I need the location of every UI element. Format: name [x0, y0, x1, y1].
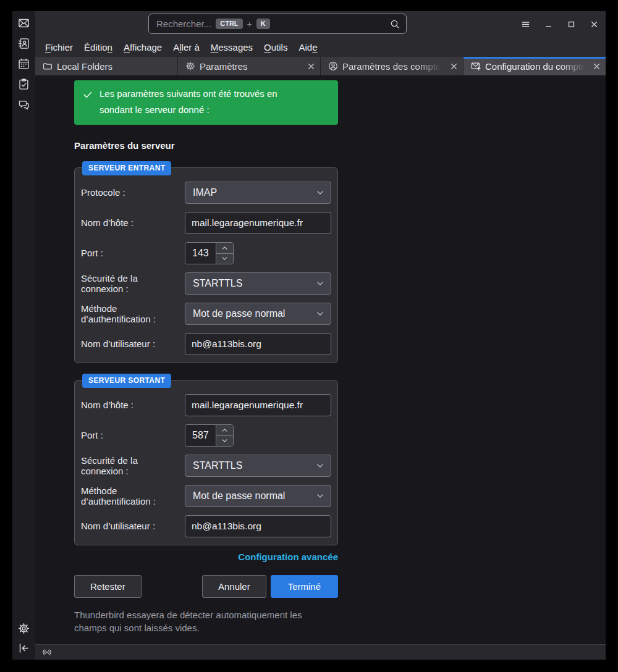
mail-space-icon[interactable] [18, 17, 30, 29]
advanced-config-link[interactable]: Configuration avancée [238, 552, 338, 562]
tab-parametres-des-comptes[interactable]: Paramètres des comptes [321, 57, 463, 75]
advanced-config-row: Configuration avancée [74, 552, 338, 563]
field-label: Port : [81, 430, 185, 440]
chevron-down-icon [316, 492, 324, 500]
address-book-space-icon[interactable] [18, 38, 30, 49]
tab-local-folders[interactable]: Local Folders [35, 57, 177, 75]
connection-security-row: Sécurité de la connexion : STARTTLS [81, 455, 331, 477]
hostname-row: Nom d’hôte : [81, 394, 331, 416]
check-icon [83, 90, 93, 99]
window-controls [520, 11, 599, 37]
kbd-k: K [256, 19, 270, 29]
tab-label: Configuration du compte [485, 61, 588, 72]
menu-affichage[interactable]: Affichage [118, 40, 167, 55]
autodetect-note: Thunderbird essayera de détecter automat… [74, 609, 334, 634]
incoming-port-stepper [185, 242, 234, 264]
spinner-up-icon[interactable] [216, 243, 233, 254]
cancel-button[interactable]: Annuler [202, 575, 266, 598]
menu-aide[interactable]: Aide [293, 40, 323, 55]
incoming-hostname-input[interactable] [185, 212, 331, 234]
chevron-down-icon [316, 309, 324, 318]
calendar-space-icon[interactable] [18, 58, 30, 70]
select-value: STARTTLS [193, 460, 242, 471]
outgoing-port-stepper [185, 424, 234, 447]
global-search-input[interactable]: Rechercher... CTRL + K [148, 14, 407, 34]
minimize-icon[interactable] [543, 19, 553, 29]
tab-label: Paramètres des comptes [342, 61, 445, 72]
account-setup-content: Les paramètres suivants ont été trouvés … [35, 75, 606, 644]
port-row: Port : [81, 424, 331, 447]
incoming-security-select[interactable]: STARTTLS [185, 272, 331, 295]
username-row: Nom d’utilisateur : [81, 515, 331, 537]
tab-close-icon[interactable] [449, 62, 459, 71]
port-row: Port : [81, 242, 331, 264]
spaces-sidebar [12, 11, 35, 660]
chevron-down-icon [316, 461, 324, 470]
close-icon[interactable] [589, 19, 599, 29]
field-label: Sécurité de la connexion : [81, 455, 185, 477]
tab-close-icon[interactable] [307, 62, 316, 71]
menu-fichier[interactable]: Fichier [40, 40, 78, 55]
status-bar [35, 644, 606, 660]
tab-parametres[interactable]: Paramètres [178, 57, 320, 75]
search-placeholder: Rechercher... [156, 19, 211, 29]
kbd-ctrl: CTRL [216, 19, 242, 29]
outgoing-server-badge: SERVEUR SORTANT [82, 374, 171, 388]
app-menu-hamburger-icon[interactable] [520, 19, 530, 29]
field-label: Sécurité de la connexion : [81, 273, 185, 295]
outgoing-security-select[interactable]: STARTTLS [185, 455, 331, 477]
outgoing-port-input[interactable] [185, 425, 216, 446]
tab-label: Paramètres [200, 61, 302, 72]
incoming-username-input[interactable] [185, 333, 331, 355]
collapse-sidebar-icon[interactable] [18, 642, 30, 654]
settings-gear-icon[interactable] [18, 623, 30, 634]
folder-icon [43, 61, 53, 71]
kbd-plus: + [247, 19, 252, 29]
menu-messages[interactable]: Messages [205, 40, 258, 55]
spinner-down-icon[interactable] [216, 436, 233, 447]
done-button[interactable]: Terminé [271, 575, 338, 598]
tasks-space-icon[interactable] [18, 78, 30, 90]
field-label: Nom d’hôte : [81, 217, 185, 228]
incoming-server-section: SERVEUR ENTRANT Protocole : IMAP Nom d’h… [74, 167, 338, 363]
field-label: Port : [81, 248, 185, 258]
account-icon [328, 61, 338, 71]
port-spinner [216, 243, 233, 264]
incoming-protocol-select[interactable]: IMAP [185, 182, 331, 204]
tab-configuration-du-compte[interactable]: Configuration du compte [464, 57, 606, 75]
success-banner-text: Les paramètres suivants ont été trouvés … [99, 86, 277, 118]
hostname-row: Nom d’hôte : [81, 212, 331, 234]
outgoing-auth-select[interactable]: Mot de passe normal [185, 485, 331, 507]
maximize-icon[interactable] [566, 19, 576, 29]
outgoing-hostname-input[interactable] [185, 394, 331, 416]
menu-outils[interactable]: Outils [258, 40, 293, 55]
select-value: Mot de passe normal [193, 490, 285, 502]
auth-method-row: Méthode d’authentification : Mot de pass… [81, 303, 331, 325]
field-label: Protocole : [81, 187, 185, 198]
field-label: Méthode d’authentification : [81, 303, 185, 325]
mail-plus-icon [471, 61, 481, 71]
tab-close-icon[interactable] [592, 62, 601, 71]
chevron-down-icon [316, 188, 324, 197]
retest-button[interactable]: Retester [74, 575, 142, 598]
select-value: Mot de passe normal [193, 308, 285, 319]
success-banner: Les paramètres suivants ont été trouvés … [74, 80, 338, 125]
chat-space-icon[interactable] [18, 99, 30, 111]
sidebar-bottom [18, 623, 30, 654]
menu-aller-a[interactable]: Aller à [167, 40, 205, 55]
connection-security-row: Sécurité de la connexion : STARTTLS [81, 272, 331, 295]
outgoing-username-input[interactable] [185, 515, 331, 537]
spinner-up-icon[interactable] [216, 425, 233, 436]
field-label: Nom d’hôte : [81, 400, 185, 410]
menu-edition[interactable]: Édition [78, 40, 118, 55]
field-label: Méthode d’authentification : [81, 485, 185, 507]
incoming-auth-select[interactable]: Mot de passe normal [185, 303, 331, 325]
select-value: IMAP [193, 187, 217, 198]
tab-bar: Local Folders Paramètres Paramètres des … [35, 57, 606, 75]
incoming-server-badge: SERVEUR ENTRANT [82, 161, 171, 175]
incoming-port-input[interactable] [185, 243, 216, 264]
gear-icon [185, 61, 195, 71]
username-row: Nom d’utilisateur : [81, 333, 331, 355]
spinner-down-icon[interactable] [216, 254, 233, 264]
auth-method-row: Méthode d’authentification : Mot de pass… [81, 485, 331, 507]
